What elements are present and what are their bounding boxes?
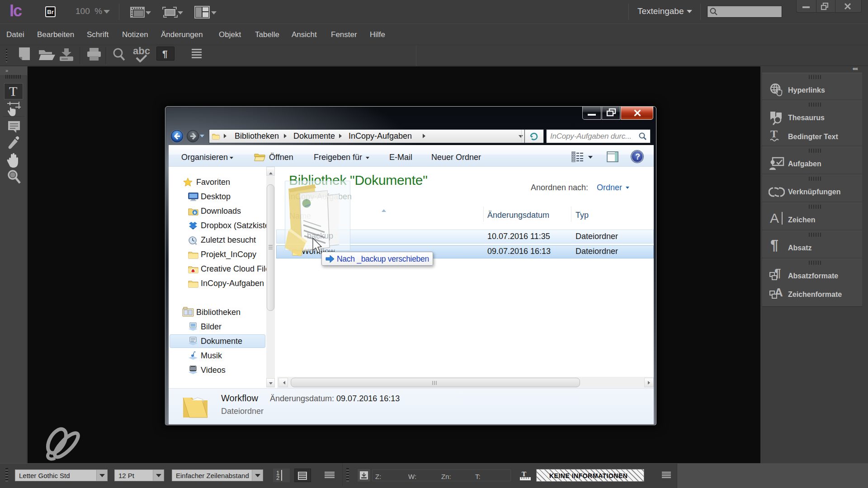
svg-text:T: T	[770, 129, 778, 140]
svg-text:T: T	[522, 470, 526, 478]
